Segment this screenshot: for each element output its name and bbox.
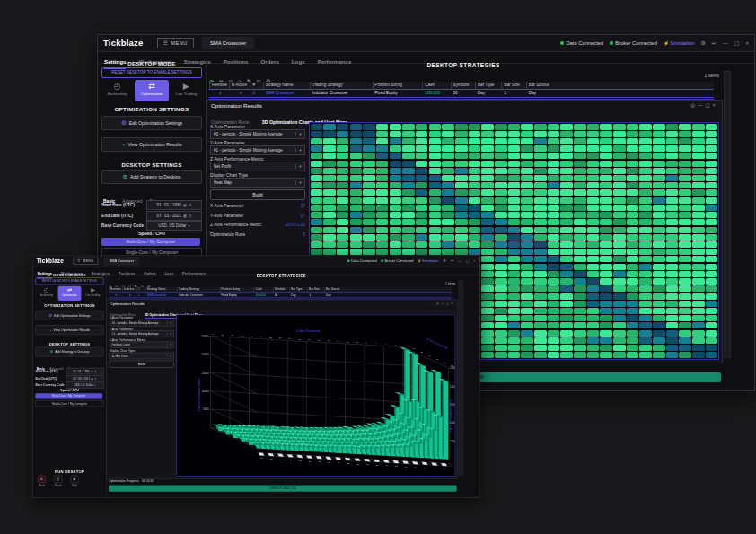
pin-icon[interactable]: ◎	[690, 102, 698, 108]
close-icon[interactable]: ×	[713, 102, 718, 108]
simulation-mode-button[interactable]: ⚡Simulation	[418, 259, 438, 263]
display-chart-type-select[interactable]: 3D Bar Chart▾	[110, 353, 174, 359]
reset-desktop-button[interactable]: RESET DESKTOP TO ENABLE SETTINGS	[35, 277, 103, 285]
panel-titlebar[interactable]: Optimization Results ◎—▢×	[107, 300, 457, 307]
settings-gear-icon[interactable]: ⚙	[443, 256, 446, 267]
col-header-positionsizing[interactable]: Position Sizing	[373, 82, 423, 89]
edit-optimization-button[interactable]: ⚙ Edit Optimization Settings	[101, 116, 202, 130]
edit-optimization-button[interactable]: ⚙ Edit Optimization Settings	[35, 311, 103, 320]
build-button[interactable]: Build	[210, 189, 305, 200]
minimize-icon[interactable]: —	[698, 102, 706, 108]
start-button[interactable]: ▶Start	[71, 475, 79, 487]
end-date-field[interactable]: 07 / 03 / 2021▦⇅	[146, 211, 202, 221]
settings-gear-icon[interactable]: ⚙	[700, 35, 705, 51]
currency-select[interactable]: USD, US Dollar▾	[66, 381, 103, 388]
optimization-results-panel[interactable]: Optimization Results ◎—▢× Optimization R…	[106, 300, 458, 479]
col-header-bartype[interactable]: Bar Type	[475, 82, 501, 89]
calendar-icon[interactable]: ▦	[91, 368, 93, 373]
titlebar[interactable]: Tickblaze ☰MENU SMA Crossover Data Conne…	[33, 256, 479, 267]
heatmap-cell	[534, 293, 547, 300]
titlebar[interactable]: Tickblaze ☰MENU SMA Crossover Data Conne…	[98, 35, 754, 52]
display-chart-type-select[interactable]: Heat Map▾	[210, 178, 305, 188]
calendar-icon[interactable]: ▦	[91, 375, 93, 381]
multi-core-button[interactable]: Multi-Core / My Computer	[35, 393, 102, 398]
undo-icon[interactable]: ↩	[712, 35, 716, 51]
spinner-icon[interactable]: ⇅	[189, 212, 192, 220]
heatmap-cell	[692, 219, 705, 225]
col-header-strategyname[interactable]: Strategy Name	[263, 82, 310, 89]
mode-button-optimization[interactable]: ⇄Optimization	[135, 80, 168, 101]
add-strategy-button[interactable]: ⊞ Add Strategy to Desktop	[101, 170, 202, 184]
mode-button-backtesting[interactable]: ◴Backtesting	[101, 80, 134, 101]
document-tab[interactable]: SMA Crossover	[104, 257, 140, 266]
main-scrollbar[interactable]	[724, 71, 731, 358]
calendar-icon[interactable]: ▦	[183, 212, 187, 220]
main-scrollbar[interactable]	[459, 280, 463, 476]
minimize-icon[interactable]: —	[458, 256, 462, 267]
mode-button-live-trading[interactable]: ▶Live Trading	[170, 80, 203, 101]
app-logo: Tickblaze	[103, 38, 143, 48]
z-axis-select[interactable]: Position Count▾	[110, 342, 174, 348]
multi-core-button[interactable]: Multi-Core / My Computer	[101, 238, 200, 246]
build-button[interactable]: Build	[110, 361, 174, 368]
col-header-isactive[interactable]: Is Active	[229, 82, 251, 89]
menu-button[interactable]: ☰MENU	[157, 38, 194, 48]
heatmap-cell	[469, 161, 481, 167]
start-date-field[interactable]: 01 / 01 / 1995▦⇅	[66, 367, 103, 373]
menu-button[interactable]: ☰MENU	[74, 258, 99, 265]
close-icon[interactable]: ×	[473, 256, 475, 267]
maximize-icon[interactable]: ▢	[706, 102, 713, 108]
col-header-symbols[interactable]: Symbols	[451, 82, 475, 89]
spinner-icon[interactable]: ⇅	[94, 375, 96, 381]
simulation-mode-button[interactable]: ⚡Simulation	[664, 40, 694, 46]
z-axis-select[interactable]: Net Profit▾	[210, 162, 305, 171]
undo-icon[interactable]: ↩	[451, 256, 453, 267]
col-header-barsource[interactable]: Bar Source	[526, 82, 714, 89]
calendar-icon[interactable]: ▦	[183, 201, 187, 209]
front-window[interactable]: Tickblaze ☰MENU SMA Crossover Data Conne…	[32, 255, 479, 498]
document-tab[interactable]: SMA Crossover	[202, 37, 254, 49]
mode-button-optimization[interactable]: ⇄Optimization	[58, 286, 81, 301]
heatmap-cell	[679, 227, 691, 233]
heatmap-cell	[337, 227, 349, 233]
heatmap-cell	[508, 145, 521, 152]
panel-titlebar[interactable]: Optimization Results ◎—▢×	[207, 101, 722, 111]
col-header-tradingstrategy[interactable]: Trading Strategy	[310, 82, 373, 89]
y-axis-select[interactable]: #1 - periods - Simple Moving Average▾	[110, 330, 174, 337]
end-date-field[interactable]: 07 / 03 / 2021▦⇅	[66, 375, 103, 381]
close-icon[interactable]: ×	[451, 302, 454, 305]
reset-desktop-button[interactable]: RESET DESKTOP TO ENABLE SETTINGS	[101, 67, 202, 78]
y-axis-select[interactable]: #1 - periods - Simple Moving Average▾	[210, 145, 305, 155]
start-date-field[interactable]: 01 / 01 / 1995▦⇅	[146, 200, 202, 210]
table-row[interactable]: x✓0SMA CrossoverIndicator CrossoverFixed…	[209, 89, 714, 98]
col-header-cash[interactable]: Cash	[422, 82, 450, 89]
single-core-button[interactable]: Single-Core / My Computer	[35, 400, 103, 407]
pause-button[interactable]: ∥Pause	[54, 475, 62, 487]
x-axis-select[interactable]: #0 - periods - Simple Moving Average▾	[210, 129, 305, 139]
reset-button[interactable]: ■Reset	[38, 475, 46, 487]
spinner-icon[interactable]: ⇅	[94, 368, 96, 373]
heatmap-cell	[679, 138, 691, 144]
col-header-barsize[interactable]: Bar Size	[501, 82, 525, 89]
spinner-icon[interactable]: ⇅	[189, 201, 192, 209]
heatmap-cell	[706, 285, 718, 292]
x-axis-select[interactable]: #0 - periods - Simple Moving Average▾	[110, 320, 174, 326]
view-results-button[interactable]: ◔ View Optimization Results	[35, 325, 103, 335]
table-row[interactable]: x✓0SMA CrossoverIndicator CrossoverFixed…	[109, 292, 452, 298]
close-icon[interactable]: ×	[745, 35, 749, 51]
maximize-icon[interactable]: ▢	[734, 35, 740, 51]
heatmap-cell	[613, 175, 626, 181]
heatmap-cell	[376, 227, 389, 233]
minimize-icon[interactable]: —	[723, 35, 728, 51]
col-header-[interactable]: #	[251, 82, 263, 89]
add-strategy-button[interactable]: ⊞ Add Strategy to Desktop	[35, 347, 103, 357]
currency-select[interactable]: USD, US Dollar▾	[146, 221, 202, 231]
optimization-chart[interactable]: 2500025000200002000015000150001000010000…	[176, 315, 455, 477]
mode-button-live-trading[interactable]: ▶Live Trading	[82, 286, 104, 301]
maximize-icon[interactable]: ▢	[466, 256, 470, 267]
mode-button-backtesting[interactable]: ◴Backtesting	[35, 286, 57, 301]
view-results-button[interactable]: ◔ View Optimization Results	[101, 137, 202, 152]
col-header-remove[interactable]: Remove	[209, 82, 229, 89]
items-count: 1 Items	[445, 280, 455, 286]
heatmap-cell	[587, 293, 600, 300]
